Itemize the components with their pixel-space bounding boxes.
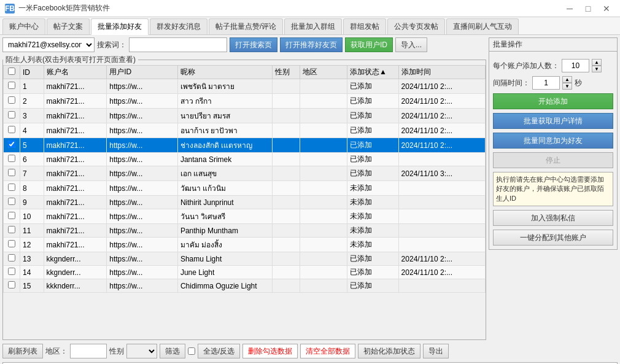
row-checkbox[interactable]: [8, 212, 15, 219]
table-row[interactable]: 2 makhi721... https://w... สาว กรีกา 已添加…: [4, 94, 486, 109]
table-row[interactable]: 7 makhi721... https://w... เอก แสนสุข 已添…: [4, 166, 486, 181]
row-nickname: June Light: [177, 266, 272, 279]
table-row[interactable]: 4 makhi721... https://w... อนาก้าเร ยาปั…: [4, 123, 486, 138]
table-row[interactable]: 10 makhi721... https://w... วันนา วิเศษส…: [4, 209, 486, 224]
row-id: 5: [20, 138, 44, 153]
tab-accounts[interactable]: 账户中心: [2, 18, 45, 34]
tab-join-group[interactable]: 批量加入群组: [284, 18, 342, 34]
row-checkbox[interactable]: [8, 240, 15, 247]
row-userid: https://w...: [107, 109, 178, 123]
row-checkbox[interactable]: [8, 254, 15, 261]
row-time: 2024/11/10 2:...: [398, 138, 485, 153]
stop-btn[interactable]: 停止: [493, 152, 613, 168]
select-all-checkbox[interactable]: [8, 68, 15, 75]
select-all-btn[interactable]: 全选/反选: [198, 344, 240, 358]
per-account-input[interactable]: [562, 59, 589, 72]
row-account: makhi721...: [44, 109, 107, 123]
gender-select[interactable]: 男 女: [126, 344, 157, 358]
row-region: [300, 181, 347, 196]
row-checkbox[interactable]: [8, 141, 15, 148]
force-dm-btn[interactable]: 加入强制私信: [493, 210, 613, 226]
get-uid-btn[interactable]: 获取用户ID: [345, 37, 393, 52]
row-checkbox-cell: [4, 266, 20, 279]
tab-group-post[interactable]: 群组发帖: [343, 18, 386, 34]
row-checkbox[interactable]: [8, 184, 15, 191]
batch-agree-btn[interactable]: 批量同意加为好友: [493, 133, 613, 149]
col-header-gender: 性别: [273, 66, 300, 79]
row-time: [398, 224, 485, 238]
tab-posts[interactable]: 帖子文案: [47, 18, 90, 34]
row-status: 已添加: [347, 94, 399, 109]
interval-row: 间隔时间： ▲ ▼ 秒: [493, 76, 613, 90]
row-checkbox[interactable]: [8, 111, 15, 118]
delete-selected-btn[interactable]: 删除勾选数据: [242, 344, 298, 358]
row-nickname: Shamu Light: [177, 252, 272, 266]
region-input[interactable]: [70, 344, 107, 358]
tab-group-msg[interactable]: 群发好友消息: [150, 18, 207, 34]
table-row[interactable]: 8 makhi721... https://w... วัฒนา แก้วนิม…: [4, 181, 486, 196]
table-row[interactable]: 12 makhi721... https://w... มาคัม ม่องสิ…: [4, 238, 486, 252]
tab-add-friends[interactable]: 批量添加好友: [91, 18, 149, 35]
row-time: [398, 196, 485, 209]
row-checkbox[interactable]: [8, 82, 15, 89]
tab-batch-like[interactable]: 帖子批量点赞/评论: [209, 18, 283, 34]
col-header-account: 账户名: [44, 66, 107, 79]
init-status-btn[interactable]: 初始化添加状态: [358, 344, 420, 358]
spin-down-btn[interactable]: ▼: [592, 66, 602, 72]
minimize-button[interactable]: ─: [561, 2, 578, 15]
row-checkbox[interactable]: [8, 96, 15, 104]
interval-spin-up[interactable]: ▲: [562, 76, 572, 83]
table-row[interactable]: 9 makhi721... https://w... Nithirit Junp…: [4, 196, 486, 209]
batch-get-btn[interactable]: 批量获取用户详情: [493, 113, 613, 129]
table-row[interactable]: 3 makhi721... https://w... นายปรียา สมรส…: [4, 109, 486, 123]
row-region: [300, 123, 347, 138]
row-time: [398, 209, 485, 224]
close-button[interactable]: ✕: [598, 2, 615, 15]
interval-input[interactable]: [532, 76, 560, 90]
row-checkbox[interactable]: [8, 169, 15, 176]
maximize-button[interactable]: □: [579, 2, 597, 15]
row-status: 已添加: [347, 138, 399, 153]
row-checkbox[interactable]: [8, 198, 15, 205]
row-gender: [273, 109, 300, 123]
row-nickname: วัฒนา แก้วนิม: [177, 181, 272, 196]
row-nickname: Chidimma Oguzie Light: [177, 279, 272, 293]
tab-page-post[interactable]: 公共专页发帖: [387, 18, 445, 34]
interval-spin-down[interactable]: ▼: [562, 83, 572, 90]
table-container[interactable]: ID 账户名 用户ID 昵称 性别 地区 添加状态▲ 添加时间: [3, 65, 486, 339]
row-region: [300, 79, 347, 94]
row-time: 2024/11/10 2:...: [398, 109, 485, 123]
import-btn[interactable]: 导入...: [395, 37, 427, 52]
row-checkbox[interactable]: [8, 226, 15, 233]
filter-btn[interactable]: 筛选: [160, 344, 185, 358]
row-account: kkgnderr...: [44, 266, 107, 279]
table-row[interactable]: 5 makhi721... https://w... ช่างลองสักดิ …: [4, 138, 486, 153]
row-region: [300, 238, 347, 252]
row-checkbox[interactable]: [8, 268, 15, 275]
table-row[interactable]: 14 kkgnderr... https://w... June Light 已…: [4, 266, 486, 279]
table-row[interactable]: 6 makhi721... https://w... Jantana Srime…: [4, 153, 486, 166]
row-gender: [273, 279, 300, 293]
row-checkbox[interactable]: [8, 126, 15, 133]
distribute-btn[interactable]: 一键分配到其他账户: [493, 230, 613, 246]
start-add-btn[interactable]: 开始添加: [493, 93, 613, 109]
select-all-check[interactable]: [188, 347, 195, 355]
refresh-btn[interactable]: 刷新列表: [2, 344, 43, 358]
row-checkbox[interactable]: [8, 155, 15, 162]
export-btn[interactable]: 导出: [423, 344, 449, 358]
account-select[interactable]: makhi721@xsellsy.con: [2, 37, 95, 52]
row-checkbox[interactable]: [8, 281, 15, 288]
table-row[interactable]: 13 kkgnderr... https://w... Shamu Light …: [4, 252, 486, 266]
search-input[interactable]: [129, 37, 227, 52]
table-row[interactable]: 11 makhi721... https://w... Panthip Munt…: [4, 224, 486, 238]
table-row[interactable]: 1 makhi721... https://w... เพชรัตนิ มาตร…: [4, 79, 486, 94]
open-recommend-btn[interactable]: 打开推荐好友页: [280, 37, 343, 52]
table-row[interactable]: 15 kkknderr... https://w... Chidimma Ogu…: [4, 279, 486, 293]
spin-up-btn[interactable]: ▲: [592, 59, 602, 66]
gender-label: 性别: [109, 346, 124, 357]
row-account: makhi721...: [44, 238, 107, 252]
row-userid: https://w...: [107, 153, 178, 166]
tab-live[interactable]: 直播间刷人气互动: [446, 18, 519, 34]
open-search-btn[interactable]: 打开搜索页: [230, 37, 277, 52]
clear-all-btn[interactable]: 清空全部数据: [300, 344, 355, 358]
